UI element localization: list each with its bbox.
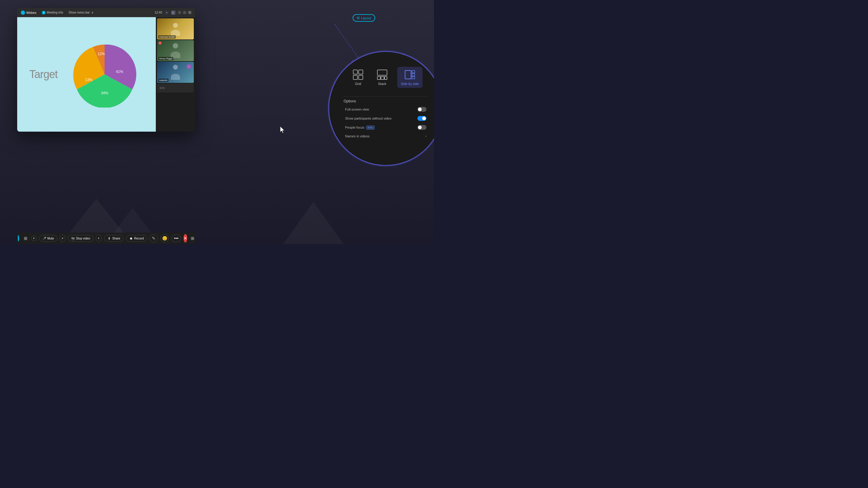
window-controls: − □ × bbox=[178, 11, 191, 14]
partial-label: 41% bbox=[159, 87, 165, 90]
grid-layout-icon bbox=[352, 69, 364, 80]
henry-indicator bbox=[158, 41, 161, 44]
svg-rect-13 bbox=[412, 76, 415, 79]
layout-divider bbox=[344, 96, 428, 97]
svg-rect-3 bbox=[359, 70, 363, 74]
person-silhouette-henry bbox=[173, 43, 178, 48]
close-button[interactable]: × bbox=[188, 11, 191, 14]
webex-icon bbox=[21, 10, 25, 15]
meeting-info-icon: i bbox=[42, 11, 45, 14]
svg-rect-2 bbox=[353, 70, 358, 74]
show-menu-bar-button[interactable]: Show menu bar ∨ bbox=[69, 11, 94, 14]
time-display: 12:40 bbox=[155, 11, 162, 14]
emoji-button[interactable]: 😊 bbox=[160, 234, 169, 242]
thumbnail-clarissa[interactable]: Clarissa Smith bbox=[157, 19, 194, 39]
side-by-side-label: Side by side bbox=[401, 82, 419, 86]
layout-btn-icon: ⊞ bbox=[357, 16, 360, 20]
full-screen-option: Full-screen view bbox=[344, 107, 428, 112]
record-icon: ⏺ bbox=[129, 236, 133, 240]
chevron-right-icon: › bbox=[425, 134, 427, 138]
thumbnail-partial: 41% bbox=[157, 84, 194, 93]
stop-video-label: Stop video bbox=[76, 237, 90, 240]
grid-label: Grid bbox=[355, 82, 361, 86]
pie-label-41: 41% bbox=[116, 70, 123, 74]
options-section: Options Full-screen view Show participan… bbox=[344, 99, 428, 134]
names-in-videos-row[interactable]: Names in videos › bbox=[344, 134, 428, 138]
content-area: Target bbox=[17, 17, 195, 132]
layout-option-grid[interactable]: Grid bbox=[349, 67, 367, 88]
video-dropdown[interactable]: ▾ bbox=[96, 235, 101, 242]
show-participants-label: Show participants without video bbox=[345, 117, 392, 120]
webex-label: Webex bbox=[26, 11, 36, 14]
layout-button[interactable]: ⊞ Layout bbox=[352, 14, 375, 22]
meeting-info-label: Meeting info bbox=[47, 11, 63, 14]
people-focus-option: People focus Beta bbox=[344, 125, 428, 130]
svg-rect-7 bbox=[377, 76, 380, 79]
more-icon: ••• bbox=[174, 236, 179, 241]
avatar-icon: ● bbox=[164, 10, 169, 15]
show-participants-option: Show participants without video bbox=[344, 116, 428, 121]
mic-icon: 🎤 bbox=[42, 236, 46, 240]
pie-chart-container: 41% 34% 13% 12% bbox=[71, 41, 138, 107]
svg-rect-12 bbox=[412, 73, 415, 76]
show-participants-toggle[interactable] bbox=[417, 116, 427, 121]
svg-rect-6 bbox=[377, 70, 387, 75]
full-screen-label: Full-screen view bbox=[345, 107, 369, 111]
person-body bbox=[171, 30, 180, 36]
layout-option-side-by-side[interactable]: Side by side bbox=[397, 67, 423, 88]
layout-dropdown[interactable]: ▾ bbox=[31, 235, 37, 241]
emoji-icon: 😊 bbox=[162, 236, 167, 241]
names-in-videos-label: Names in videos bbox=[345, 134, 370, 138]
pie-label-34: 34% bbox=[101, 91, 108, 95]
people-focus-toggle[interactable] bbox=[417, 125, 427, 130]
loading-icon bbox=[18, 235, 19, 241]
layout-options: Grid Stack bbox=[349, 67, 423, 88]
pie-chart: 41% 34% 13% 12% bbox=[71, 41, 138, 107]
grid-view-icon: ⊞ bbox=[191, 236, 194, 241]
side-by-side-layout-icon bbox=[404, 69, 415, 80]
thumbnail-label-henry: Henry Riggs bbox=[158, 57, 173, 60]
annotation-button[interactable]: ✎ bbox=[150, 234, 158, 242]
layout-option-stack[interactable]: Stack bbox=[373, 67, 391, 88]
person-silhouette-isabelle bbox=[173, 65, 178, 70]
maximize-button[interactable]: □ bbox=[183, 11, 186, 14]
end-call-icon: ✕ bbox=[184, 236, 187, 241]
app-window: Webex i Meeting info Show menu bar ∨ 12:… bbox=[17, 8, 195, 132]
slide-title: Target bbox=[29, 68, 58, 81]
svg-rect-9 bbox=[384, 76, 387, 79]
pie-label-13: 13% bbox=[85, 78, 92, 82]
annotation-icon: ✎ bbox=[152, 236, 156, 241]
mute-label: Mute bbox=[47, 237, 54, 240]
layout-btn-label: Layout bbox=[361, 16, 371, 20]
video-icon: 📷 bbox=[71, 236, 75, 240]
stack-label: Stack bbox=[378, 82, 386, 86]
share-label: Share bbox=[112, 237, 120, 240]
slide-area: Target bbox=[17, 17, 156, 132]
share-button[interactable]: ⬆ Share bbox=[104, 235, 124, 241]
mute-button[interactable]: 🎤 Mute bbox=[39, 235, 57, 241]
thumbnail-henry[interactable]: Henry Riggs bbox=[157, 40, 194, 61]
svg-rect-8 bbox=[381, 76, 384, 79]
chevron-down-icon: ∨ bbox=[91, 11, 93, 14]
person-head bbox=[173, 23, 178, 28]
meeting-info-button[interactable]: i Meeting info bbox=[40, 10, 65, 15]
person-body-isabelle bbox=[171, 74, 180, 80]
svg-rect-5 bbox=[359, 75, 363, 79]
layout-icon: ⊞ bbox=[24, 236, 27, 241]
record-button[interactable]: ⏺ Record bbox=[126, 235, 147, 241]
stack-layout-icon bbox=[377, 69, 388, 80]
more-button[interactable]: ••• bbox=[171, 234, 181, 242]
stop-video-button[interactable]: 📷 Stop video bbox=[68, 235, 93, 241]
layout-toggle-button[interactable]: ⊞ bbox=[23, 235, 29, 242]
beta-badge: Beta bbox=[366, 126, 375, 130]
webex-logo: Webex bbox=[21, 10, 36, 15]
thumbnail-isabelle[interactable]: I Isabelle bbox=[157, 62, 194, 83]
people-focus-label: People focus Beta bbox=[345, 126, 375, 130]
thumbnail-label-isabelle: Isabelle bbox=[158, 78, 168, 82]
minimize-button[interactable]: − bbox=[178, 11, 181, 14]
full-screen-toggle[interactable] bbox=[417, 107, 427, 112]
mute-dropdown[interactable]: ▾ bbox=[60, 235, 65, 242]
grid-view-button[interactable]: ⊞ bbox=[191, 236, 194, 241]
end-call-button[interactable]: ✕ bbox=[184, 234, 187, 242]
isabelle-avatar-badge: I bbox=[187, 64, 191, 69]
